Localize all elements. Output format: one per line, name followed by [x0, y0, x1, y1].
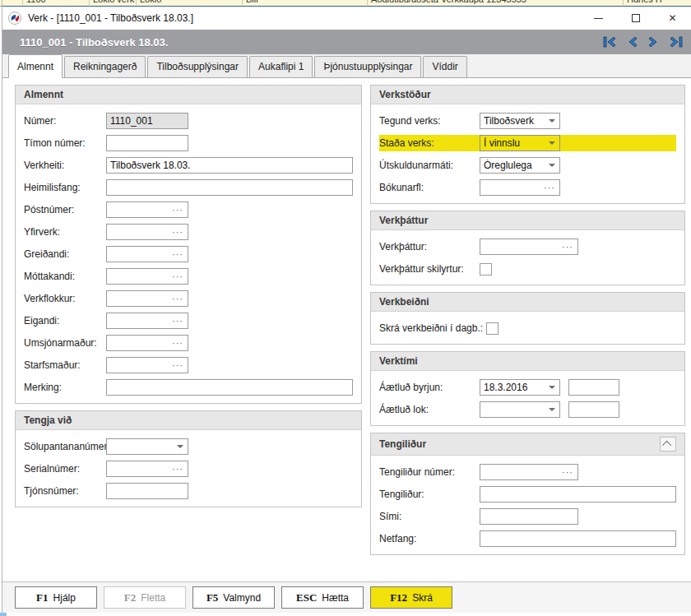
nav-last-icon[interactable] — [669, 35, 683, 49]
lookup-ellipsis-icon[interactable]: ··· — [172, 250, 188, 258]
field-label: Póstnúmer: — [24, 204, 106, 215]
minimize-button[interactable] — [580, 7, 617, 30]
app-logo-icon — [8, 12, 21, 25]
lookup-ellipsis-icon[interactable]: ··· — [172, 465, 188, 473]
record-header: 1110_001 - Tilboðsverk 18.03. — [2, 30, 691, 54]
tegund-verks-combo[interactable]: Tilboðsverk — [480, 113, 560, 129]
starfsmadur-lookup[interactable]: ··· — [106, 357, 188, 373]
cancel-button[interactable]: ESC Hætta — [281, 586, 364, 609]
nav-previous-icon[interactable] — [628, 35, 638, 49]
field-label: Merking: — [24, 382, 106, 393]
verk-window: 1100 Lokið verk Lokið Bill Aðalútibú/aðs… — [0, 0, 691, 616]
nav-first-icon[interactable] — [603, 35, 617, 49]
group-almennt-header: Almennt — [16, 86, 361, 104]
tab-thjonustuupplysingar[interactable]: Þjónustuupplýsingar — [314, 56, 421, 77]
verkflokkur-lookup[interactable]: ··· — [106, 290, 188, 307]
tjonsnumer-input[interactable] — [106, 483, 188, 499]
field-value: 18.3.2016 — [480, 382, 549, 393]
lookup-ellipsis-icon[interactable]: ··· — [172, 339, 188, 347]
field-bokunarfl: Bókunarfl: ··· — [379, 179, 676, 196]
field-label: Tengiliður: — [379, 489, 480, 500]
merking-input[interactable] — [106, 379, 353, 396]
maximize-icon — [632, 14, 640, 22]
tengilidur-input[interactable] — [480, 486, 676, 503]
lookup-ellipsis-icon[interactable]: ··· — [562, 243, 577, 251]
aetlud-lok-datepicker[interactable] — [480, 401, 560, 418]
lookup-ellipsis-icon[interactable]: ··· — [172, 361, 188, 369]
field-label: Tjónsnúmer: — [24, 485, 106, 497]
skra-verkbeidni-checkbox[interactable] — [486, 322, 499, 335]
tengilidur-numer-lookup[interactable]: ··· — [480, 464, 578, 480]
greidandi-lookup[interactable]: ··· — [106, 246, 188, 262]
lookup-ellipsis-icon[interactable]: ··· — [172, 317, 188, 325]
field-label: Verkheiti: — [24, 160, 106, 171]
timon-numer-input[interactable] — [106, 135, 188, 151]
dropdown-arrow-icon[interactable] — [549, 119, 555, 123]
yfirverk-lookup[interactable]: ··· — [106, 224, 188, 240]
dropdown-arrow-icon[interactable] — [177, 445, 183, 448]
aetlud-lok-time-input[interactable] — [568, 401, 619, 418]
field-yfirverk: Yfirverk: ··· — [24, 224, 353, 240]
lookup-ellipsis-icon[interactable]: ··· — [172, 272, 188, 280]
verkheiti-input[interactable] — [106, 157, 353, 174]
tab-viddir[interactable]: Víddir — [423, 56, 466, 77]
background-window-corner — [0, 613, 7, 616]
title-bar: Verk - [1110_001 - Tilboðsverk 18.03.] ✕ — [2, 6, 691, 30]
button-label: Valmynd — [223, 592, 261, 604]
tab-almennt[interactable]: Almennt — [8, 54, 63, 78]
chevron-up-icon — [662, 441, 671, 450]
field-label: Serialnúmer: — [24, 463, 106, 475]
background-window-edge — [2, 0, 2, 616]
field-label: Móttakandi: — [24, 271, 106, 282]
simi-input[interactable] — [480, 508, 578, 525]
bokunarfl-lookup[interactable]: ··· — [480, 179, 560, 196]
close-button[interactable]: ✕ — [654, 7, 691, 30]
aetlud-byrjun-time-input[interactable] — [568, 379, 619, 396]
field-label: Útskuldunarmáti: — [379, 160, 480, 171]
dropdown-arrow-icon[interactable] — [549, 141, 555, 145]
field-label: Skrá verkbeiðni í dagb.: — [379, 322, 486, 334]
numer-input[interactable] — [106, 113, 188, 129]
lookup-ellipsis-icon[interactable]: ··· — [172, 228, 188, 236]
lookup-ellipsis-icon[interactable]: ··· — [172, 206, 188, 214]
maximize-button[interactable] — [617, 7, 654, 30]
field-label: Sölupantananúmer: — [24, 441, 106, 452]
field-value: Tilboðsverk — [480, 115, 549, 127]
stada-verks-combo[interactable]: Í vinnslu — [480, 135, 560, 151]
postnumer-lookup[interactable]: ··· — [106, 201, 188, 218]
window-controls: ✕ — [580, 7, 691, 30]
aetlud-byrjun-datepicker[interactable]: 18.3.2016 — [480, 379, 560, 396]
utskuldunarmati-combo[interactable]: Óreglulega — [480, 157, 560, 174]
serialnumer-lookup[interactable]: ··· — [106, 461, 188, 477]
dropdown-arrow-icon[interactable] — [549, 164, 555, 167]
lookup-ellipsis-icon[interactable]: ··· — [562, 468, 577, 476]
verkthattur-skilyrtur-checkbox[interactable] — [480, 263, 492, 276]
lookup-ellipsis-icon[interactable]: ··· — [172, 294, 188, 303]
field-label: Verkþáttur: — [379, 241, 480, 252]
tab-tilbodsupplysingar[interactable]: Tilboðsupplýsingar — [147, 56, 248, 77]
menu-button[interactable]: F5 Valmynd — [192, 586, 275, 609]
dropdown-arrow-icon[interactable] — [549, 408, 555, 411]
verkthattur-lookup[interactable]: ··· — [480, 239, 578, 255]
bg-cell: Aðalútibú/aðseta Verkkaupa 12345555 — [367, 0, 526, 5]
netfang-input[interactable] — [480, 530, 676, 547]
lookup-ellipsis-icon[interactable]: ··· — [544, 183, 559, 192]
mottakandi-lookup[interactable]: ··· — [106, 268, 188, 285]
tab-aukaflipi-1[interactable]: Aukaflipi 1 — [249, 56, 313, 77]
bg-cell: 1100 — [22, 0, 46, 5]
heimilisfang-input[interactable] — [106, 179, 353, 196]
eigandi-lookup[interactable]: ··· — [106, 313, 188, 329]
dropdown-arrow-icon[interactable] — [549, 386, 555, 389]
solupantananumer-combo[interactable] — [106, 438, 188, 455]
bg-cell: Hanes H — [623, 0, 662, 5]
group-verkstodur-header: Verkstöður — [371, 86, 684, 104]
nav-next-icon[interactable] — [648, 35, 658, 49]
umsjonarmadur-lookup[interactable]: ··· — [106, 335, 188, 351]
collapse-button[interactable] — [660, 437, 676, 452]
help-button[interactable]: F1 Hjálp — [15, 586, 97, 609]
tab-reikningagerd[interactable]: Reikningagerð — [64, 56, 146, 77]
button-label: Hjálp — [53, 592, 76, 604]
field-label: Eigandi: — [24, 315, 106, 327]
save-button[interactable]: F12 Skrá — [370, 586, 452, 609]
group-verkbeidni-header: Verkbeiðni — [371, 293, 684, 312]
